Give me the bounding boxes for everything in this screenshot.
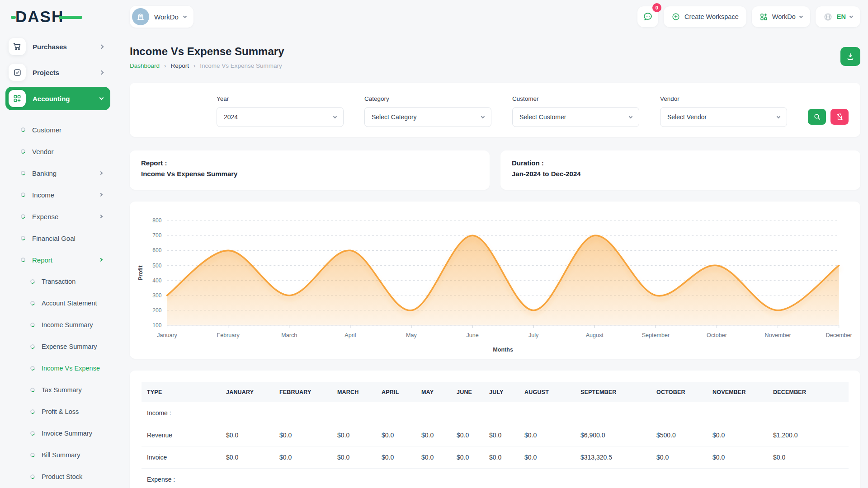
breadcrumb-separator: › xyxy=(193,62,195,69)
sidebar-item-label: Tax Summary xyxy=(42,386,102,394)
vendor-select[interactable]: Select Vendor xyxy=(660,107,787,127)
column-header: APRIL xyxy=(376,382,416,402)
plus-circle-icon xyxy=(671,12,680,21)
workspace-avatar xyxy=(132,8,149,25)
sidebar-item-projects[interactable]: Projects xyxy=(5,61,110,84)
workdo-menu-button[interactable]: WorkDo xyxy=(752,6,810,27)
sidebar-item-bill-summary[interactable]: Bill Summary xyxy=(5,444,110,466)
svg-text:November: November xyxy=(765,332,791,338)
sidebar-item-banking[interactable]: Banking xyxy=(5,162,110,184)
tasks-icon xyxy=(9,64,26,81)
duration-label: Duration : xyxy=(512,159,849,167)
sidebar-item-transaction[interactable]: Transaction xyxy=(5,271,110,292)
chevron-down-icon xyxy=(183,14,187,18)
breadcrumb-dashboard[interactable]: Dashboard xyxy=(130,62,160,69)
year-select[interactable]: 2024 xyxy=(217,107,344,127)
main-content: WorkDo 0 Create Workspace WorkDo xyxy=(116,0,868,488)
bullet-icon xyxy=(30,366,36,371)
workspace-selector[interactable]: WorkDo xyxy=(130,6,193,28)
sidebar-item-label: Income xyxy=(32,191,99,199)
sidebar-item-label: Expense Summary xyxy=(42,343,102,350)
cart-icon xyxy=(9,38,26,55)
download-icon xyxy=(846,52,855,61)
bullet-icon xyxy=(20,214,26,220)
breadcrumb-report[interactable]: Report xyxy=(170,62,189,69)
svg-text:300: 300 xyxy=(152,292,161,299)
sidebar-item-profit-loss[interactable]: Profit & Loss xyxy=(5,401,110,422)
reset-button[interactable] xyxy=(830,109,849,125)
sidebar-item-label: Invoice Summary xyxy=(42,430,102,437)
chevron-down-icon xyxy=(799,14,803,18)
language-button[interactable]: EN xyxy=(816,6,860,27)
sidebar-item-report[interactable]: Report xyxy=(5,249,110,271)
year-label: Year xyxy=(217,95,344,102)
customer-select[interactable]: Select Customer xyxy=(512,107,639,127)
search-button[interactable] xyxy=(808,109,826,125)
sidebar-item-income-summary[interactable]: Income Summary xyxy=(5,314,110,336)
create-workspace-label: Create Workspace xyxy=(684,13,739,20)
bullet-icon xyxy=(20,192,26,198)
sidebar-item-vendor[interactable]: Vendor xyxy=(5,141,110,162)
sidebar-item-label: Customer xyxy=(32,126,102,134)
chevron-down-icon xyxy=(629,114,632,118)
summary-table: TYPEJANUARYFEBRUARYMARCHAPRILMAYJUNEJULY… xyxy=(142,382,849,488)
svg-text:700: 700 xyxy=(152,232,161,239)
chevron-right-icon xyxy=(99,258,103,262)
svg-text:February: February xyxy=(217,332,240,338)
category-label: Category xyxy=(364,95,491,102)
column-header: FEBRUARY xyxy=(274,382,332,402)
vendor-label: Vendor xyxy=(660,95,787,102)
svg-text:August: August xyxy=(586,332,604,338)
accounting-icon xyxy=(9,90,26,107)
svg-text:600: 600 xyxy=(152,247,161,253)
logo-dash-icon xyxy=(11,16,16,19)
svg-text:May: May xyxy=(406,332,417,338)
sidebar-item-account-statement[interactable]: Account Statement xyxy=(5,292,110,314)
duration-value: Jan-2024 to Dec-2024 xyxy=(512,170,849,178)
sidebar-item-income[interactable]: Income xyxy=(5,184,110,206)
sidebar: DASH Purchases Projects Accounting Custo… xyxy=(0,0,116,488)
grid-plus-icon xyxy=(760,13,768,21)
sidebar-item-label: Product Stock xyxy=(42,473,102,480)
page-head: Income Vs Expense Summary Dashboard › Re… xyxy=(130,45,860,69)
column-header: TYPE xyxy=(142,382,221,402)
svg-text:500: 500 xyxy=(152,263,161,269)
vendor-field: Vendor Select Vendor xyxy=(660,95,787,127)
table-body: Income :Revenue$0.0$0.0$0.0$0.0$0.0$0.0$… xyxy=(142,402,849,488)
bullet-icon xyxy=(30,431,36,436)
chevron-right-icon xyxy=(99,171,103,175)
create-workspace-button[interactable]: Create Workspace xyxy=(664,6,746,27)
column-header: DECEMBER xyxy=(768,382,849,402)
sidebar-item-expense-summary[interactable]: Expense Summary xyxy=(5,336,110,357)
messages-button[interactable]: 0 xyxy=(637,6,658,27)
topbar-actions: 0 Create Workspace WorkDo EN xyxy=(637,6,860,27)
sidebar-item-customer[interactable]: Customer xyxy=(5,119,110,141)
sidebar-item-financial-goal[interactable]: Financial Goal xyxy=(5,227,110,249)
column-header: JULY xyxy=(484,382,519,402)
customer-label: Customer xyxy=(512,95,639,102)
sidebar-item-accounting[interactable]: Accounting xyxy=(5,87,110,110)
sidebar-item-invoice-summary[interactable]: Invoice Summary xyxy=(5,422,110,444)
svg-text:400: 400 xyxy=(152,277,161,284)
bullet-icon xyxy=(20,127,26,133)
sidebar-item-label: Profit & Loss xyxy=(42,408,102,415)
svg-text:Profit: Profit xyxy=(137,265,144,281)
table-card: TYPEJANUARYFEBRUARYMARCHAPRILMAYJUNEJULY… xyxy=(130,371,860,488)
sidebar-item-income-vs-expense[interactable]: Income Vs Expense xyxy=(5,357,110,379)
sidebar-item-tax-summary[interactable]: Tax Summary xyxy=(5,379,110,401)
category-select-value: Select Category xyxy=(372,113,417,121)
sidebar-item-purchases[interactable]: Purchases xyxy=(5,35,110,58)
bullet-icon xyxy=(30,344,36,350)
chevron-down-icon xyxy=(777,114,780,118)
table-section-row: Expense : xyxy=(142,469,849,488)
sidebar-item-product-stock[interactable]: Product Stock xyxy=(5,466,110,488)
svg-text:January: January xyxy=(157,332,177,338)
category-select[interactable]: Select Category xyxy=(364,107,491,127)
download-button[interactable] xyxy=(840,47,860,66)
table-row: Invoice$0.0$0.0$0.0$0.0$0.0$0.0$0.0$0.0$… xyxy=(142,446,849,469)
sidebar-item-expense[interactable]: Expense xyxy=(5,206,110,227)
sidebar-item-label: Financial Goal xyxy=(32,235,102,242)
bullet-icon xyxy=(20,149,26,155)
breadcrumb-current: Income Vs Expense Summary xyxy=(200,62,282,69)
workdo-menu-label: WorkDo xyxy=(772,13,796,20)
